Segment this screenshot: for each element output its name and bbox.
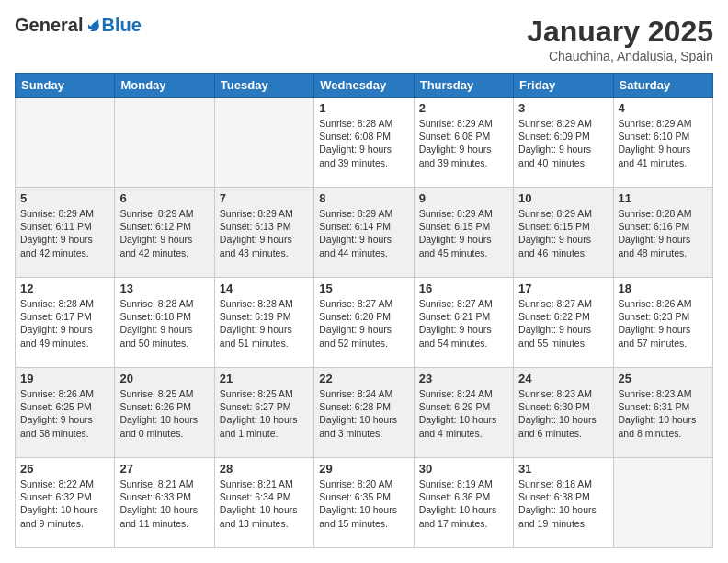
day-info: Sunrise: 8:29 AM Sunset: 6:10 PM Dayligh… — [619, 117, 708, 169]
day-number: 10 — [518, 191, 608, 205]
day-info: Sunrise: 8:24 AM Sunset: 6:28 PM Dayligh… — [319, 387, 408, 440]
day-info: Sunrise: 8:29 AM Sunset: 6:12 PM Dayligh… — [119, 207, 209, 259]
day-number: 14 — [220, 282, 309, 295]
logo: General Blue — [15, 15, 142, 36]
day-info: Sunrise: 8:25 AM Sunset: 6:26 PM Dayligh… — [119, 387, 209, 440]
calendar-cell — [214, 98, 313, 188]
day-number: 23 — [419, 372, 508, 385]
calendar-cell: 15Sunrise: 8:27 AM Sunset: 6:20 PM Dayli… — [314, 278, 414, 368]
calendar-cell: 2Sunrise: 8:29 AM Sunset: 6:08 PM Daylig… — [414, 98, 513, 188]
location-subtitle: Chauchina, Andalusia, Spain — [527, 49, 713, 63]
day-info: Sunrise: 8:28 AM Sunset: 6:17 PM Dayligh… — [20, 297, 109, 350]
calendar-cell: 6Sunrise: 8:29 AM Sunset: 6:12 PM Daylig… — [115, 188, 214, 278]
day-info: Sunrise: 8:29 AM Sunset: 6:15 PM Dayligh… — [419, 207, 508, 259]
calendar-table: SundayMondayTuesdayWednesdayThursdayFrid… — [15, 73, 713, 548]
calendar-cell: 13Sunrise: 8:28 AM Sunset: 6:18 PM Dayli… — [115, 278, 214, 368]
day-number: 7 — [220, 191, 309, 205]
day-info: Sunrise: 8:21 AM Sunset: 6:33 PM Dayligh… — [119, 477, 209, 530]
calendar-cell: 31Sunrise: 8:18 AM Sunset: 6:38 PM Dayli… — [514, 458, 613, 548]
page: General Blue January 2025 Chauchina, And… — [0, 0, 728, 563]
weekday-header-thursday: Thursday — [414, 74, 513, 98]
day-number: 19 — [20, 372, 109, 385]
calendar-week-row: 12Sunrise: 8:28 AM Sunset: 6:17 PM Dayli… — [16, 278, 713, 368]
calendar-cell: 20Sunrise: 8:25 AM Sunset: 6:26 PM Dayli… — [115, 368, 214, 458]
day-info: Sunrise: 8:28 AM Sunset: 6:18 PM Dayligh… — [119, 297, 209, 350]
calendar-week-row: 26Sunrise: 8:22 AM Sunset: 6:32 PM Dayli… — [16, 458, 713, 548]
calendar-cell: 8Sunrise: 8:29 AM Sunset: 6:14 PM Daylig… — [314, 188, 414, 278]
day-number: 27 — [119, 462, 209, 476]
day-number: 26 — [20, 462, 109, 476]
day-info: Sunrise: 8:21 AM Sunset: 6:34 PM Dayligh… — [220, 477, 309, 530]
day-info: Sunrise: 8:28 AM Sunset: 6:16 PM Dayligh… — [619, 207, 708, 259]
calendar-cell: 26Sunrise: 8:22 AM Sunset: 6:32 PM Dayli… — [16, 458, 115, 548]
calendar-cell: 27Sunrise: 8:21 AM Sunset: 6:33 PM Dayli… — [115, 458, 214, 548]
weekday-header-row: SundayMondayTuesdayWednesdayThursdayFrid… — [16, 74, 713, 98]
day-number: 16 — [419, 282, 508, 295]
day-info: Sunrise: 8:29 AM Sunset: 6:14 PM Dayligh… — [319, 207, 408, 259]
day-info: Sunrise: 8:27 AM Sunset: 6:21 PM Dayligh… — [419, 297, 508, 350]
calendar-cell: 18Sunrise: 8:26 AM Sunset: 6:23 PM Dayli… — [613, 278, 712, 368]
day-info: Sunrise: 8:24 AM Sunset: 6:29 PM Dayligh… — [419, 387, 508, 440]
logo-blue-text: Blue — [101, 15, 141, 36]
day-info: Sunrise: 8:23 AM Sunset: 6:30 PM Dayligh… — [518, 387, 608, 440]
day-info: Sunrise: 8:27 AM Sunset: 6:20 PM Dayligh… — [319, 297, 408, 350]
day-number: 2 — [419, 101, 508, 115]
calendar-cell: 28Sunrise: 8:21 AM Sunset: 6:34 PM Dayli… — [214, 458, 313, 548]
day-number: 4 — [619, 101, 708, 115]
day-number: 6 — [119, 191, 209, 205]
calendar-cell: 4Sunrise: 8:29 AM Sunset: 6:10 PM Daylig… — [613, 98, 712, 188]
day-number: 8 — [319, 191, 408, 205]
day-number: 18 — [619, 282, 708, 295]
calendar-cell: 17Sunrise: 8:27 AM Sunset: 6:22 PM Dayli… — [514, 278, 613, 368]
day-info: Sunrise: 8:29 AM Sunset: 6:08 PM Dayligh… — [419, 117, 508, 169]
weekday-header-tuesday: Tuesday — [214, 74, 313, 98]
calendar-cell: 30Sunrise: 8:19 AM Sunset: 6:36 PM Dayli… — [414, 458, 513, 548]
calendar-cell: 19Sunrise: 8:26 AM Sunset: 6:25 PM Dayli… — [16, 368, 115, 458]
weekday-header-saturday: Saturday — [613, 74, 712, 98]
calendar-cell — [115, 98, 214, 188]
day-number: 22 — [319, 372, 408, 385]
day-info: Sunrise: 8:22 AM Sunset: 6:32 PM Dayligh… — [20, 477, 109, 530]
calendar-cell: 5Sunrise: 8:29 AM Sunset: 6:11 PM Daylig… — [16, 188, 115, 278]
logo-general-text: General — [15, 15, 83, 36]
calendar-week-row: 1Sunrise: 8:28 AM Sunset: 6:08 PM Daylig… — [16, 98, 713, 188]
calendar-week-row: 19Sunrise: 8:26 AM Sunset: 6:25 PM Dayli… — [16, 368, 713, 458]
day-number: 25 — [619, 372, 708, 385]
day-number: 28 — [220, 462, 309, 476]
calendar-cell: 9Sunrise: 8:29 AM Sunset: 6:15 PM Daylig… — [414, 188, 513, 278]
calendar-cell: 24Sunrise: 8:23 AM Sunset: 6:30 PM Dayli… — [514, 368, 613, 458]
calendar-cell: 22Sunrise: 8:24 AM Sunset: 6:28 PM Dayli… — [314, 368, 414, 458]
day-number: 3 — [518, 101, 608, 115]
calendar-cell: 16Sunrise: 8:27 AM Sunset: 6:21 PM Dayli… — [414, 278, 513, 368]
day-info: Sunrise: 8:26 AM Sunset: 6:23 PM Dayligh… — [619, 297, 708, 350]
day-number: 12 — [20, 282, 109, 295]
day-number: 5 — [20, 191, 109, 205]
day-number: 24 — [518, 372, 608, 385]
weekday-header-sunday: Sunday — [16, 74, 115, 98]
day-info: Sunrise: 8:19 AM Sunset: 6:36 PM Dayligh… — [419, 477, 508, 530]
day-number: 21 — [220, 372, 309, 385]
calendar-cell: 10Sunrise: 8:29 AM Sunset: 6:15 PM Dayli… — [514, 188, 613, 278]
day-info: Sunrise: 8:28 AM Sunset: 6:08 PM Dayligh… — [319, 117, 408, 169]
calendar-cell: 3Sunrise: 8:29 AM Sunset: 6:09 PM Daylig… — [514, 98, 613, 188]
day-info: Sunrise: 8:26 AM Sunset: 6:25 PM Dayligh… — [20, 387, 109, 440]
weekday-header-wednesday: Wednesday — [314, 74, 414, 98]
weekday-header-monday: Monday — [115, 74, 214, 98]
logo-bird-icon — [85, 17, 101, 34]
day-number: 30 — [419, 462, 508, 476]
day-number: 15 — [319, 282, 408, 295]
day-number: 13 — [119, 282, 209, 295]
calendar-cell: 25Sunrise: 8:23 AM Sunset: 6:31 PM Dayli… — [613, 368, 712, 458]
day-number: 29 — [319, 462, 408, 476]
header: General Blue January 2025 Chauchina, And… — [15, 15, 713, 63]
day-info: Sunrise: 8:29 AM Sunset: 6:13 PM Dayligh… — [220, 207, 309, 259]
day-number: 17 — [518, 282, 608, 295]
day-info: Sunrise: 8:27 AM Sunset: 6:22 PM Dayligh… — [518, 297, 608, 350]
calendar-cell: 29Sunrise: 8:20 AM Sunset: 6:35 PM Dayli… — [314, 458, 414, 548]
day-info: Sunrise: 8:29 AM Sunset: 6:15 PM Dayligh… — [518, 207, 608, 259]
calendar-cell: 12Sunrise: 8:28 AM Sunset: 6:17 PM Dayli… — [16, 278, 115, 368]
calendar-week-row: 5Sunrise: 8:29 AM Sunset: 6:11 PM Daylig… — [16, 188, 713, 278]
calendar-cell: 23Sunrise: 8:24 AM Sunset: 6:29 PM Dayli… — [414, 368, 513, 458]
day-number: 1 — [319, 101, 408, 115]
day-number: 11 — [619, 191, 708, 205]
